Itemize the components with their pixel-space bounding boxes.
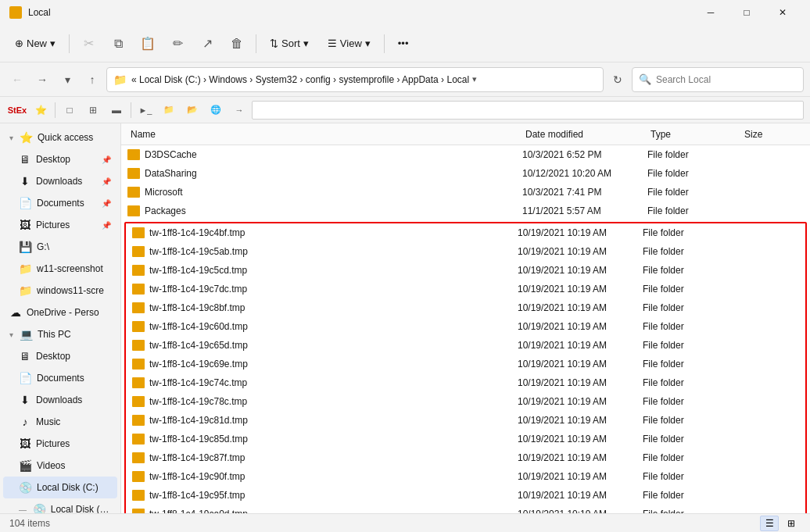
file-name-cell: tw-1ff8-1c4-19c69e.tmp bbox=[132, 359, 518, 370]
paste-button[interactable]: 📋 bbox=[134, 30, 162, 58]
stex-arrow-button[interactable]: → bbox=[228, 99, 250, 121]
sidebar-label-quick-access: Quick access bbox=[38, 132, 93, 143]
folder-icon bbox=[127, 168, 140, 179]
more-button[interactable]: ••• bbox=[389, 32, 418, 55]
sidebar-item-videos[interactable]: 🎬 Videos bbox=[3, 455, 117, 477]
command-input[interactable] bbox=[252, 101, 804, 120]
new-button[interactable]: ⊕ New ▾ bbox=[6, 32, 64, 55]
date-cell: 10/19/2021 10:19 AM bbox=[518, 246, 643, 257]
details-view-button[interactable]: ☰ bbox=[760, 516, 779, 531]
stex-cmd-button[interactable]: ►_ bbox=[134, 99, 156, 121]
stex-label-button[interactable]: StEx bbox=[6, 99, 28, 121]
file-name-cell: tw-1ff8-1c4-19c5cd.tmp bbox=[132, 265, 518, 276]
sidebar-item-pictures[interactable]: 🖼 Pictures 📌 bbox=[3, 214, 117, 236]
table-row[interactable]: tw-1ff8-1c4-19ca0d.tmp 10/19/2021 10:19 … bbox=[126, 505, 805, 513]
type-cell: File folder bbox=[643, 265, 737, 276]
sidebar-item-g-drive[interactable]: 💾 G:\ bbox=[3, 236, 117, 258]
minimize-button[interactable]: ─ bbox=[693, 0, 729, 25]
search-input[interactable] bbox=[656, 74, 797, 85]
table-row[interactable]: tw-1ff8-1c4-19c78c.tmp 10/19/2021 10:19 … bbox=[126, 392, 805, 411]
stex-grid-button[interactable]: ⊞ bbox=[82, 99, 104, 121]
table-row[interactable]: Packages 11/1/2021 5:57 AM File folder bbox=[121, 202, 810, 220]
table-row[interactable]: tw-1ff8-1c4-19c60d.tmp 10/19/2021 10:19 … bbox=[126, 317, 805, 336]
sidebar-item-quick-access[interactable]: ▾ ⭐ Quick access bbox=[3, 127, 117, 148]
table-row[interactable]: tw-1ff8-1c4-19c7dc.tmp 10/19/2021 10:19 … bbox=[126, 280, 805, 298]
up-button[interactable]: ↑ bbox=[81, 69, 103, 91]
file-name-text: tw-1ff8-1c4-19c78c.tmp bbox=[149, 396, 247, 407]
table-row[interactable]: tw-1ff8-1c4-19c90f.tmp 10/19/2021 10:19 … bbox=[126, 467, 805, 486]
cut-button[interactable]: ✂ bbox=[74, 30, 102, 58]
main-content: ▾ ⭐ Quick access 🖥 Desktop 📌 ⬇ Downloads… bbox=[0, 123, 810, 513]
table-row[interactable]: tw-1ff8-1c4-19c69e.tmp 10/19/2021 10:19 … bbox=[126, 355, 805, 373]
col-date-header[interactable]: Date modified bbox=[522, 129, 647, 140]
close-button[interactable]: ✕ bbox=[765, 0, 801, 25]
table-row[interactable]: tw-1ff8-1c4-19c65d.tmp 10/19/2021 10:19 … bbox=[126, 336, 805, 355]
sidebar-item-desktop[interactable]: 🖥 Desktop 📌 bbox=[3, 148, 117, 170]
file-name-text: tw-1ff8-1c4-19c65d.tmp bbox=[149, 340, 248, 351]
address-breadcrumb[interactable]: 📁 « Local Disk (C:) › Windows › System32… bbox=[106, 67, 604, 92]
sidebar-item-windows11[interactable]: 📁 windows11-scre bbox=[3, 280, 117, 302]
sidebar-label-g: G:\ bbox=[37, 241, 49, 252]
share-button[interactable]: ↗ bbox=[193, 30, 221, 58]
maximize-button[interactable]: □ bbox=[729, 0, 765, 25]
sidebar-item-downloads[interactable]: ⬇ Downloads 📌 bbox=[3, 170, 117, 192]
sidebar-item-local-d[interactable]: — 💿 Local Disk (D:) bbox=[3, 498, 117, 513]
table-row[interactable]: tw-1ff8-1c4-19c8bf.tmp 10/19/2021 10:19 … bbox=[126, 298, 805, 317]
folder-icon bbox=[132, 415, 145, 426]
sort-button[interactable]: ⇅ Sort ▾ bbox=[261, 32, 317, 55]
table-row[interactable]: tw-1ff8-1c4-19c4bf.tmp 10/19/2021 10:19 … bbox=[126, 223, 805, 242]
col-size-header[interactable]: Size bbox=[741, 129, 804, 140]
sidebar-item-onedrive[interactable]: ☁ OneDrive - Perso bbox=[3, 302, 117, 323]
stex-folder2-button[interactable]: 📂 bbox=[181, 99, 203, 121]
view-chevron-icon: ▾ bbox=[365, 37, 371, 49]
sort-icon: ⇅ bbox=[270, 37, 278, 49]
table-row[interactable]: tw-1ff8-1c4-19c5cd.tmp 10/19/2021 10:19 … bbox=[126, 261, 805, 280]
sidebar-item-local-c[interactable]: 💿 Local Disk (C:) bbox=[3, 477, 117, 498]
delete-button[interactable]: 🗑 bbox=[223, 30, 251, 58]
col-type-header[interactable]: Type bbox=[647, 129, 741, 140]
large-icon-view-button[interactable]: ⊞ bbox=[782, 516, 801, 531]
back-button[interactable]: ← bbox=[6, 69, 28, 91]
sidebar-label-this-pc: This PC bbox=[38, 329, 71, 340]
table-row[interactable]: tw-1ff8-1c4-19c5ab.tmp 10/19/2021 10:19 … bbox=[126, 242, 805, 261]
window-title: Local bbox=[28, 7, 51, 18]
sidebar-item-documents-2[interactable]: 📄 Documents bbox=[3, 367, 117, 389]
forward-button[interactable]: → bbox=[31, 69, 53, 91]
type-cell: File folder bbox=[643, 377, 737, 388]
date-cell: 10/12/2021 10:20 AM bbox=[522, 168, 647, 179]
pin-icon: 📌 bbox=[102, 155, 111, 164]
recent-button[interactable]: ▾ bbox=[56, 69, 78, 91]
table-row[interactable]: DataSharing 10/12/2021 10:20 AM File fol… bbox=[121, 164, 810, 183]
sidebar-item-desktop-2[interactable]: 🖥 Desktop bbox=[3, 345, 117, 367]
stex-folder1-button[interactable]: 📁 bbox=[158, 99, 180, 121]
pin-icon-3: 📌 bbox=[102, 199, 111, 208]
refresh-button[interactable]: ↻ bbox=[607, 69, 629, 91]
sidebar-item-w11-screenshot[interactable]: 📁 w11-screenshot bbox=[3, 258, 117, 280]
table-row[interactable]: tw-1ff8-1c4-19c81d.tmp 10/19/2021 10:19 … bbox=[126, 411, 805, 430]
sidebar-item-this-pc[interactable]: ▾ 💻 This PC bbox=[3, 323, 117, 345]
table-row[interactable]: Microsoft 10/3/2021 7:41 PM File folder bbox=[121, 183, 810, 202]
sidebar-item-documents[interactable]: 📄 Documents 📌 bbox=[3, 192, 117, 214]
table-row[interactable]: tw-1ff8-1c4-19c87f.tmp 10/19/2021 10:19 … bbox=[126, 448, 805, 467]
table-row[interactable]: D3DSCache 10/3/2021 6:52 PM File folder bbox=[121, 145, 810, 164]
stex-net-button[interactable]: 🌐 bbox=[205, 99, 227, 121]
table-row[interactable]: tw-1ff8-1c4-19c74c.tmp 10/19/2021 10:19 … bbox=[126, 373, 805, 392]
table-row[interactable]: tw-1ff8-1c4-19c95f.tmp 10/19/2021 10:19 … bbox=[126, 486, 805, 505]
sidebar-item-music[interactable]: ♪ Music bbox=[3, 411, 117, 433]
sidebar-label-music: Music bbox=[36, 416, 60, 427]
copy-button[interactable]: ⧉ bbox=[104, 30, 132, 58]
sidebar-item-downloads-2[interactable]: ⬇ Downloads bbox=[3, 389, 117, 411]
col-name-header[interactable]: Name bbox=[127, 129, 522, 140]
file-name-text: tw-1ff8-1c4-19c90f.tmp bbox=[149, 471, 246, 482]
rename-button[interactable]: ✏ bbox=[163, 30, 192, 58]
table-row[interactable]: tw-1ff8-1c4-19c85d.tmp 10/19/2021 10:19 … bbox=[126, 430, 805, 448]
file-name-text: tw-1ff8-1c4-19c5ab.tmp bbox=[149, 246, 248, 257]
sidebar-item-pictures-2[interactable]: 🖼 Pictures bbox=[3, 433, 117, 455]
downloads-icon: ⬇ bbox=[19, 175, 31, 187]
view-button[interactable]: ☰ View ▾ bbox=[319, 32, 379, 55]
stex-screen-button[interactable]: ▬ bbox=[106, 99, 127, 121]
stex-star-button[interactable]: ⭐ bbox=[30, 99, 52, 121]
toolbar-separator-1 bbox=[69, 34, 70, 53]
stex-blank-button[interactable]: □ bbox=[59, 99, 81, 121]
file-name-cell: tw-1ff8-1c4-19c74c.tmp bbox=[132, 377, 518, 388]
